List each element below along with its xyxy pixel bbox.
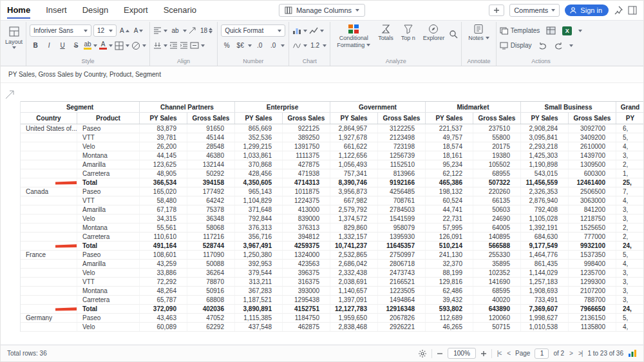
zoom-out-icon[interactable] [437, 350, 443, 357]
value-cell[interactable]: 36348 [187, 214, 235, 223]
value-cell[interactable]: 64242 [187, 196, 235, 205]
country-cell[interactable] [21, 287, 77, 295]
value-cell[interactable]: 379,544 [235, 269, 283, 277]
value-cell[interactable]: 757,341 [330, 169, 378, 178]
percent-format-button[interactable]: % [221, 40, 232, 52]
value-cell[interactable]: 1,374,572 [330, 214, 378, 223]
value-cell[interactable]: 1494864 [378, 296, 426, 304]
value-cell[interactable]: 4259375 [283, 242, 330, 250]
indent-increase-icon[interactable] [180, 42, 188, 49]
value-cell[interactable]: 661,622 [330, 142, 378, 151]
value-cell[interactable]: 67,178 [140, 205, 187, 214]
value-cell[interactable]: 491,164 [140, 242, 187, 250]
country-cell[interactable]: Germany [21, 314, 77, 322]
value-cell[interactable]: 60,089 [140, 323, 187, 331]
chevron-down-icon[interactable] [248, 44, 252, 47]
country-cell[interactable] [21, 142, 77, 151]
value-cell[interactable]: 64005 [473, 224, 521, 232]
product-cell[interactable]: Total [77, 242, 140, 250]
value-cell[interactable]: 58068 [187, 224, 235, 232]
chevron-down-icon[interactable] [142, 44, 146, 47]
product-cell[interactable]: Amarilla [77, 205, 140, 214]
value-cell[interactable]: 132144 [187, 160, 235, 169]
value-cell[interactable]: 1391750 [283, 142, 330, 151]
value-cell[interactable]: 376,313 [235, 224, 283, 232]
value-cell[interactable]: 3,890,891 [235, 305, 283, 313]
value-cell[interactable]: 3122255 [378, 124, 426, 133]
product-cell[interactable]: Amarilla [77, 260, 140, 268]
value-cell[interactable]: 9192166 [378, 178, 426, 187]
country-cell[interactable] [21, 278, 77, 286]
value-cell[interactable]: 68955 [473, 169, 521, 178]
column-header[interactable]: PY Sales [140, 113, 187, 124]
value-cell[interactable]: 140895 [473, 233, 521, 241]
step-down-icon[interactable] [209, 31, 213, 33]
value-cell[interactable]: 1,464,776 [521, 251, 569, 259]
value-cell[interactable]: 3063000 [569, 196, 616, 205]
value-cell[interactable]: 7,369,607 [521, 305, 569, 313]
clear-format-icon[interactable] [131, 41, 140, 50]
table-row[interactable]: United States of...Paseo83,87991650865,6… [21, 124, 643, 133]
product-cell[interactable]: Total [77, 305, 140, 313]
value-cell[interactable]: 371,648 [235, 205, 283, 214]
grand-total-cell[interactable]: 4, [616, 196, 643, 205]
country-cell[interactable] [21, 214, 77, 223]
value-cell[interactable]: 48,264 [140, 287, 187, 295]
value-cell[interactable]: 66135 [473, 196, 521, 205]
value-cell[interactable]: 2,293,218 [521, 142, 569, 151]
value-cell[interactable]: 723198 [378, 142, 426, 151]
display-button[interactable]: Display [500, 42, 532, 50]
value-cell[interactable]: 36264 [187, 269, 235, 277]
value-cell[interactable]: 958079 [378, 224, 426, 232]
grand-total-cell[interactable]: 3, [616, 214, 643, 223]
value-cell[interactable]: 4152751 [283, 305, 330, 313]
wrap-text-button[interactable]: ab [169, 25, 181, 37]
value-cell[interactable]: 367,283 [235, 287, 283, 295]
value-cell[interactable]: 1,190,898 [521, 160, 569, 169]
value-cell[interactable]: 45144 [187, 133, 235, 142]
top-n-button[interactable]: Top n [398, 23, 419, 42]
value-cell[interactable]: 396375 [283, 269, 330, 277]
country-cell[interactable]: United States of... [21, 124, 77, 133]
value-cell[interactable]: 1,105,028 [521, 214, 569, 223]
value-cell[interactable]: 1,033,861 [235, 151, 283, 160]
value-cell[interactable]: 4256485 [378, 187, 426, 196]
value-cell[interactable]: 465,386 [426, 178, 473, 187]
value-cell[interactable]: 62,486 [426, 287, 473, 295]
value-cell[interactable]: 1111375 [283, 151, 330, 160]
value-cell[interactable]: 1184750 [283, 314, 330, 322]
product-cell[interactable]: Velo [77, 323, 140, 331]
product-cell[interactable]: Velo [77, 142, 140, 151]
value-cell[interactable]: 428,456 [235, 169, 283, 178]
italic-button[interactable]: I [43, 40, 55, 52]
table-row[interactable]: Montana55,56158068376,313376313829,86095… [21, 224, 643, 233]
value-cell[interactable]: 2473743 [378, 269, 426, 277]
row-height-control[interactable]: 18 [199, 25, 214, 37]
value-cell[interactable]: 2067826 [378, 314, 426, 322]
grand-total-cell[interactable]: 5, [616, 251, 643, 259]
value-cell[interactable]: 58,480 [140, 196, 187, 205]
grid-view-icon[interactable] [546, 26, 556, 35]
value-cell[interactable]: 46380 [187, 151, 235, 160]
value-cell[interactable]: 1439700 [569, 151, 616, 160]
country-cell[interactable]: France [21, 251, 77, 259]
value-cell[interactable]: 44,741 [426, 205, 473, 214]
value-cell[interactable]: 2166521 [378, 278, 426, 286]
country-cell[interactable] [21, 242, 77, 250]
value-cell[interactable]: 3,956,873 [330, 187, 378, 196]
chevron-down-icon[interactable] [126, 44, 129, 47]
redo-icon[interactable] [554, 42, 563, 50]
country-cell[interactable] [21, 296, 77, 304]
value-cell[interactable]: 643890 [473, 305, 521, 313]
value-cell[interactable]: 43,463 [140, 314, 187, 322]
grand-total-cell[interactable]: 3, [616, 205, 643, 214]
borders-icon[interactable] [115, 41, 124, 50]
table-row[interactable]: Montana48,26450916367,2833930001,140,657… [21, 287, 643, 296]
value-cell[interactable]: 792,408 [521, 205, 569, 214]
grand-total-cell[interactable]: 24, [616, 305, 643, 313]
value-cell[interactable]: 47052 [187, 314, 235, 322]
value-cell[interactable]: 2,332,438 [330, 269, 378, 277]
value-cell[interactable]: 68595 [473, 287, 521, 295]
chevron-down-icon[interactable] [93, 44, 97, 47]
country-cell[interactable] [21, 196, 77, 205]
